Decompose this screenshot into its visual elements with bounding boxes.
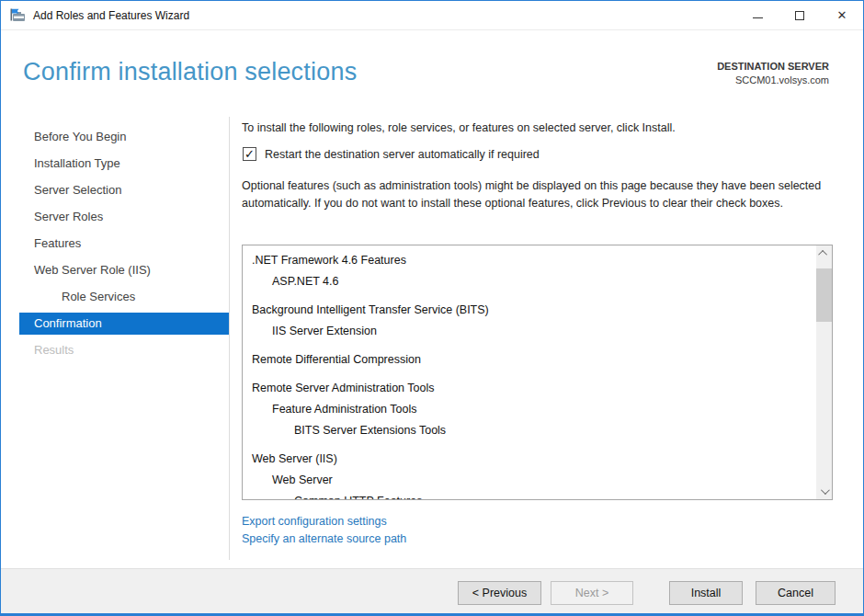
- restart-checkbox[interactable]: ✓: [243, 147, 256, 161]
- minimize-icon: [753, 17, 763, 18]
- destination-server-name: SCCM01.volsys.com: [717, 74, 829, 87]
- command-links: Export configuration settingsSpecify an …: [242, 513, 406, 548]
- selection-group: Remote Server Administration ToolsFeatur…: [252, 378, 813, 441]
- list-item-feature-administration-tools: Feature Administration Tools: [252, 399, 813, 420]
- selection-group: Web Server (IIS)Web ServerCommon HTTP Fe…: [252, 449, 813, 500]
- selection-group: .NET Framework 4.6 FeaturesASP.NET 4.6: [252, 250, 813, 292]
- page-title: Confirm installation selections: [23, 58, 357, 86]
- sidebar-item-installation-type[interactable]: Installation Type: [19, 150, 229, 177]
- chevron-down-icon: [821, 485, 830, 495]
- sidebar-divider: [229, 117, 230, 560]
- destination-server-label: DESTINATION SERVER: [717, 60, 829, 74]
- previous-button[interactable]: < Previous: [458, 581, 541, 605]
- listbox-scrollbar[interactable]: [816, 245, 832, 499]
- scroll-up-button[interactable]: [816, 245, 832, 261]
- destination-server-block: DESTINATION SERVER SCCM01.volsys.com: [717, 60, 829, 87]
- list-item-web-server-iis: Web Server (IIS): [252, 449, 813, 470]
- list-item-bits-server-extensions-tools: BITS Server Extensions Tools: [252, 420, 813, 441]
- wizard-steps: Before You BeginInstallation TypeServer …: [19, 123, 229, 363]
- scroll-down-button[interactable]: [816, 484, 832, 499]
- server-manager-icon: [10, 8, 26, 23]
- install-button[interactable]: Install: [669, 581, 743, 605]
- close-button[interactable]: ✕: [821, 1, 863, 29]
- sidebar-item-web-server-role-iis[interactable]: Web Server Role (IIS): [19, 257, 229, 283]
- wizard-window: Add Roles and Features Wizard ✕ Confirm …: [0, 0, 864, 616]
- sidebar-item-server-selection[interactable]: Server Selection: [19, 177, 229, 203]
- list-item-remote-differential-compression: Remote Differential Compression: [252, 349, 813, 371]
- intro-text: To install the following roles, role ser…: [242, 121, 676, 134]
- list-item-iis-server-extension: IIS Server Extension: [252, 321, 813, 342]
- restart-row: ✓ Restart the destination server automat…: [243, 147, 540, 161]
- title-bar: Add Roles and Features Wizard ✕: [1, 1, 863, 30]
- selection-listbox[interactable]: .NET Framework 4.6 FeaturesASP.NET 4.6Ba…: [242, 245, 833, 500]
- selection-group: Remote Differential Compression: [252, 349, 813, 371]
- list-item-web-server: Web Server: [252, 470, 813, 491]
- list-item-common-http-features: Common HTTP Features: [252, 491, 813, 500]
- sidebar-item-before-you-begin[interactable]: Before You Begin: [19, 123, 229, 150]
- maximize-icon: [795, 11, 804, 20]
- list-item-background-intelligent-transfer-service-bits: Background Intelligent Transfer Service …: [252, 300, 813, 321]
- sidebar-item-features[interactable]: Features: [19, 230, 229, 257]
- close-icon: ✕: [837, 9, 847, 21]
- optional-features-note: Optional features (such as administratio…: [242, 177, 839, 212]
- scrollbar-thumb[interactable]: [816, 268, 832, 322]
- sidebar-item-confirmation[interactable]: Confirmation: [19, 313, 229, 335]
- selection-group: Background Intelligent Transfer Service …: [252, 300, 813, 342]
- next-button: Next >: [551, 581, 633, 605]
- window-controls: ✕: [736, 1, 863, 29]
- selection-list: .NET Framework 4.6 FeaturesASP.NET 4.6Ba…: [243, 245, 832, 500]
- list-item-remote-server-administration-tools: Remote Server Administration Tools: [252, 378, 813, 399]
- window-title: Add Roles and Features Wizard: [33, 9, 189, 22]
- list-item-asp-net-4-6: ASP.NET 4.6: [252, 271, 813, 292]
- minimize-button[interactable]: [736, 1, 779, 29]
- sidebar-item-server-roles[interactable]: Server Roles: [19, 203, 229, 230]
- sidebar-item-role-services[interactable]: Role Services: [19, 283, 229, 310]
- maximize-button[interactable]: [779, 1, 821, 29]
- chevron-up-icon: [818, 250, 827, 259]
- list-item-net-framework-4-6-features: .NET Framework 4.6 Features: [252, 250, 813, 271]
- link-export-configuration-settings[interactable]: Export configuration settings: [242, 513, 406, 530]
- link-specify-an-alternate-source-path[interactable]: Specify an alternate source path: [242, 530, 406, 548]
- restart-checkbox-label: Restart the destination server automatic…: [265, 148, 540, 161]
- cancel-button[interactable]: Cancel: [756, 581, 836, 605]
- checkmark-icon: ✓: [244, 148, 255, 160]
- sidebar-item-results: Results: [19, 337, 229, 363]
